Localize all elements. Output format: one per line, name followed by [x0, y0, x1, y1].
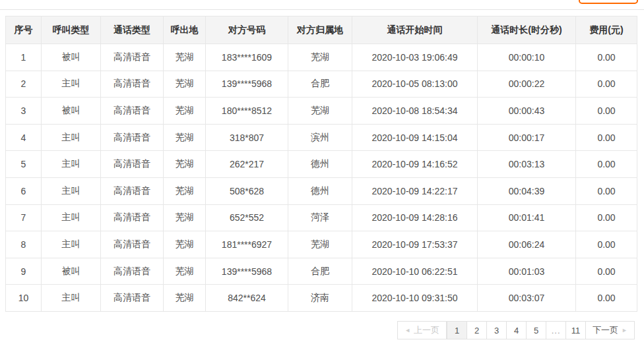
table-cell: 0.00 — [576, 231, 637, 258]
pagination-page-3[interactable]: 3 — [486, 321, 507, 339]
table-cell: 2 — [6, 71, 42, 98]
top-action-button-partial[interactable] — [579, 0, 638, 4]
table-cell: 00:06:24 — [478, 231, 576, 258]
column-header: 呼出地 — [164, 16, 206, 44]
table-cell: 2020-10-05 08:13:00 — [352, 71, 478, 98]
pagination: ◄ 上一页 12345...11 下一页 ► — [397, 321, 635, 339]
table-row: 1被叫高清语音芜湖183****1609芜湖2020-10-03 19:06:4… — [6, 44, 637, 71]
table-cell: 508*628 — [206, 177, 288, 204]
table-cell: 高清语音 — [101, 285, 164, 312]
table-cell: 6 — [6, 177, 42, 204]
table-cell: 00:00:22 — [478, 71, 576, 98]
table-cell: 芜湖 — [164, 98, 206, 125]
pagination-page-1[interactable]: 1 — [447, 321, 467, 339]
table-cell: 高清语音 — [101, 44, 164, 71]
table-cell: 0.00 — [576, 124, 637, 151]
table-cell: 芜湖 — [164, 151, 206, 178]
table-cell: 芜湖 — [164, 71, 206, 98]
call-records-table: 序号呼叫类型通话类型呼出地对方号码对方归属地通话开始时间通话时长(时分秒)费用(… — [5, 16, 637, 312]
table-cell: 芜湖 — [288, 44, 352, 71]
table-cell: 2020-10-03 19:06:49 — [352, 44, 478, 71]
pagination-page-4[interactable]: 4 — [506, 321, 527, 339]
table-header-row: 序号呼叫类型通话类型呼出地对方号码对方归属地通话开始时间通话时长(时分秒)费用(… — [6, 16, 637, 44]
divider — [0, 9, 644, 10]
table-body: 1被叫高清语音芜湖183****1609芜湖2020-10-03 19:06:4… — [6, 44, 637, 312]
table-cell: 652*552 — [206, 204, 288, 231]
table-cell: 芜湖 — [288, 231, 352, 258]
table-cell: 00:00:43 — [478, 98, 576, 125]
pagination-page-11[interactable]: 11 — [565, 321, 586, 339]
table-cell: 181****6927 — [206, 231, 288, 258]
table-row: 7主叫高清语音芜湖652*552菏泽2020-10-09 14:28:1600:… — [6, 204, 637, 231]
table-cell: 00:03:07 — [478, 285, 576, 312]
table-cell: 2020-10-10 09:31:50 — [352, 285, 478, 312]
column-header: 序号 — [6, 16, 42, 44]
table-cell: 2020-10-08 18:54:34 — [352, 98, 478, 125]
table-cell: 2020-10-09 17:53:37 — [352, 231, 478, 258]
table-cell: 0.00 — [576, 151, 637, 178]
table-cell: 济南 — [288, 285, 352, 312]
column-header: 通话时长(时分秒) — [478, 16, 576, 44]
table-cell: 高清语音 — [101, 258, 164, 285]
table-cell: 滨州 — [288, 124, 352, 151]
table-cell: 高清语音 — [101, 231, 164, 258]
page: 序号呼叫类型通话类型呼出地对方号码对方归属地通话开始时间通话时长(时分秒)费用(… — [0, 0, 644, 350]
table-cell: 9 — [6, 258, 42, 285]
table-cell: 主叫 — [42, 71, 101, 98]
table-cell: 芜湖 — [164, 258, 206, 285]
table-cell: 主叫 — [42, 124, 101, 151]
table-cell: 主叫 — [42, 177, 101, 204]
table-cell: 芜湖 — [164, 177, 206, 204]
table-cell: 主叫 — [42, 231, 101, 258]
table-cell: 芜湖 — [164, 231, 206, 258]
table-cell: 合肥 — [288, 71, 352, 98]
table-cell: 德州 — [288, 177, 352, 204]
table-cell: 芜湖 — [164, 44, 206, 71]
table-cell: 183****1609 — [206, 44, 288, 71]
table-cell: 被叫 — [42, 258, 101, 285]
pagination-page-2[interactable]: 2 — [467, 321, 487, 339]
table-cell: 2020-10-09 14:15:04 — [352, 124, 478, 151]
pagination-pages: 12345...11 — [447, 321, 586, 339]
column-header: 对方归属地 — [288, 16, 352, 44]
table-row: 9被叫高清语音芜湖139****5968合肥2020-10-10 06:22:5… — [6, 258, 637, 285]
pagination-prev-label: 上一页 — [414, 324, 439, 336]
table-cell: 芜湖 — [164, 204, 206, 231]
table-cell: 0.00 — [576, 44, 637, 71]
column-header: 呼叫类型 — [42, 16, 101, 44]
table-cell: 高清语音 — [101, 204, 164, 231]
column-header: 对方号码 — [206, 16, 288, 44]
table-cell: 00:01:41 — [478, 204, 576, 231]
table-cell: 菏泽 — [288, 204, 352, 231]
table-row: 5主叫高清语音芜湖262*217德州2020-10-09 14:16:5200:… — [6, 151, 637, 178]
table-cell: 8 — [6, 231, 42, 258]
table-cell: 00:03:13 — [478, 151, 576, 178]
pagination-next-button[interactable]: 下一页 ► — [585, 321, 635, 339]
table-cell: 芜湖 — [164, 285, 206, 312]
table-cell: 主叫 — [42, 285, 101, 312]
table-cell: 0.00 — [576, 258, 637, 285]
table-cell: 高清语音 — [101, 151, 164, 178]
table-cell: 318*807 — [206, 124, 288, 151]
table-cell: 高清语音 — [101, 98, 164, 125]
table-cell: 合肥 — [288, 258, 352, 285]
table-cell: 2020-10-09 14:22:17 — [352, 177, 478, 204]
prev-arrow-icon: ◄ — [404, 328, 410, 334]
table-row: 2主叫高清语音芜湖139****5968合肥2020-10-05 08:13:0… — [6, 71, 637, 98]
table-row: 8主叫高清语音芜湖181****6927芜湖2020-10-09 17:53:3… — [6, 231, 637, 258]
table-cell: 高清语音 — [101, 177, 164, 204]
table-cell: 0.00 — [576, 71, 637, 98]
table-cell: 00:04:39 — [478, 177, 576, 204]
pagination-page-5[interactable]: 5 — [526, 321, 546, 339]
table-cell: 3 — [6, 98, 42, 125]
column-header: 通话开始时间 — [352, 16, 478, 44]
pagination-prev-button: ◄ 上一页 — [397, 321, 447, 339]
table-cell: 139****5968 — [206, 71, 288, 98]
table-cell: 262*217 — [206, 151, 288, 178]
table-cell: 0.00 — [576, 204, 637, 231]
table-cell: 主叫 — [42, 151, 101, 178]
table-cell: 139****5968 — [206, 258, 288, 285]
table-cell: 180****8512 — [206, 98, 288, 125]
table-cell: 00:01:03 — [478, 258, 576, 285]
table-header: 序号呼叫类型通话类型呼出地对方号码对方归属地通话开始时间通话时长(时分秒)费用(… — [6, 16, 637, 44]
